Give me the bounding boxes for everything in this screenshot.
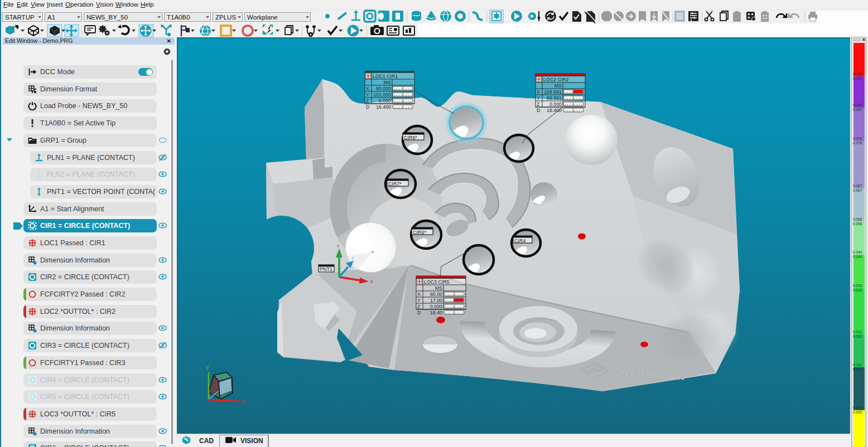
- svg-text:17.00: 17.00: [430, 298, 442, 303]
- svg-text:X: X: [417, 291, 421, 297]
- svg-text:D: D: [417, 310, 421, 315]
- svg-text:X: X: [241, 398, 245, 405]
- svg-text:CIR6*: CIR6*: [413, 230, 427, 235]
- svg-text:Z: Z: [366, 98, 369, 104]
- svg-text:Y: Y: [205, 365, 210, 371]
- svg-text:16.40: 16.40: [430, 310, 442, 315]
- svg-text:MS: MS: [554, 83, 562, 89]
- svg-text:Y: Y: [336, 244, 340, 249]
- svg-text:0.000: 0.000: [549, 101, 562, 107]
- svg-text:CIR4: CIR4: [514, 238, 526, 244]
- svg-text:Z: Z: [537, 101, 540, 107]
- svg-text:Y: Y: [366, 92, 369, 98]
- svg-text:108.991: 108.991: [544, 89, 562, 95]
- svg-text:0.000: 0.000: [379, 98, 391, 104]
- svg-text:x: x: [370, 279, 373, 284]
- svg-text:LOC3 CIR5: LOC3 CIR5: [424, 279, 450, 285]
- svg-text:16.400: 16.400: [547, 108, 562, 113]
- svg-text:Y: Y: [417, 298, 421, 303]
- svg-text:101.000: 101.000: [373, 92, 391, 98]
- svg-text:✱: ✱: [493, 11, 500, 21]
- svg-text:X: X: [366, 86, 369, 91]
- svg-text:80.000: 80.000: [376, 86, 391, 91]
- svg-text:CIR8*: CIR8*: [404, 135, 418, 140]
- svg-text:z: z: [351, 255, 354, 261]
- svg-text:Z: Z: [417, 304, 421, 309]
- svg-text:80.00: 80.00: [430, 291, 442, 297]
- svg-text:0.000: 0.000: [430, 304, 442, 309]
- svg-text:88.991: 88.991: [547, 95, 562, 101]
- svg-text:LOC2 CIR2: LOC2 CIR2: [543, 77, 569, 82]
- svg-text:MS: MS: [384, 80, 391, 85]
- svg-text:LOC1 CIR1: LOC1 CIR1: [373, 74, 398, 79]
- svg-text:D: D: [537, 108, 540, 113]
- svg-text:CIR7*: CIR7*: [388, 181, 402, 187]
- svg-text:16.400: 16.400: [376, 104, 391, 110]
- svg-text:D: D: [366, 104, 369, 110]
- svg-text:MS: MS: [435, 285, 442, 291]
- svg-text:X: X: [537, 89, 540, 95]
- svg-text:Y: Y: [537, 95, 540, 101]
- svg-text:PNT1: PNT1: [320, 266, 332, 272]
